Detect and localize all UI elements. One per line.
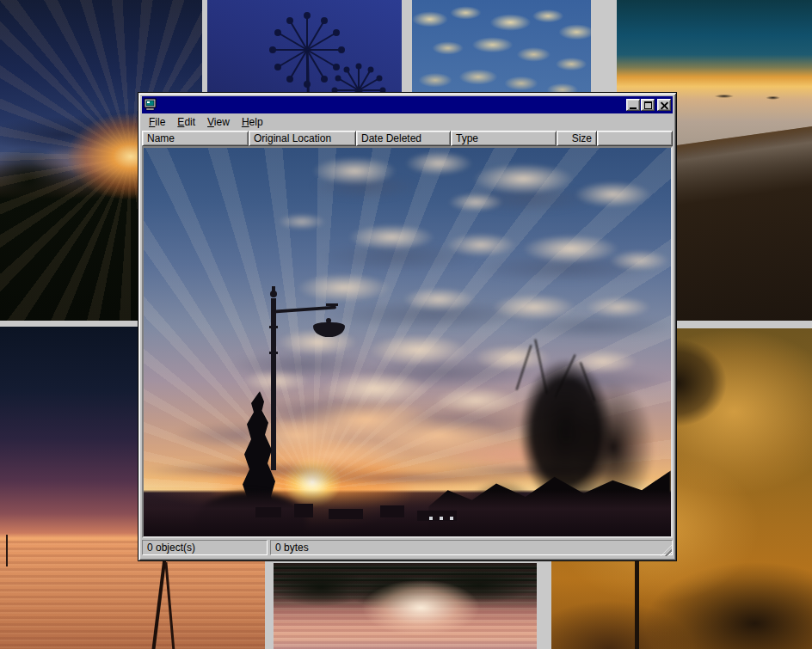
status-object-count: 0 object(s) xyxy=(142,540,268,555)
column-headers: Name Original Location Date Deleted Type… xyxy=(142,131,673,146)
maximize-button[interactable] xyxy=(641,99,655,111)
column-header-type[interactable]: Type xyxy=(451,131,557,146)
column-header-blank xyxy=(597,131,673,146)
building-window-light xyxy=(450,517,453,520)
street-lamp-pole xyxy=(271,298,276,470)
menu-edit[interactable]: Edit xyxy=(171,114,201,130)
street-lamp-head-top xyxy=(326,318,331,323)
street-lamp-collar xyxy=(269,326,278,328)
close-icon xyxy=(661,101,668,109)
column-header-size[interactable]: Size xyxy=(557,131,597,146)
menu-file[interactable]: File xyxy=(143,114,171,130)
menu-bar: File Edit View Help xyxy=(142,113,673,131)
building-window-light xyxy=(429,517,433,520)
sunset-photo-background xyxy=(144,148,671,536)
menu-help[interactable]: Help xyxy=(236,114,269,130)
building-silhouette xyxy=(329,509,363,519)
street-lamp-collar xyxy=(269,352,278,354)
list-view[interactable] xyxy=(142,146,673,538)
status-bar: 0 object(s) 0 bytes xyxy=(142,540,673,557)
minimize-button[interactable] xyxy=(626,99,640,111)
window-controls xyxy=(626,99,671,111)
column-header-date-deleted[interactable]: Date Deleted xyxy=(356,131,451,146)
building-silhouette xyxy=(294,504,313,517)
recycle-bin-window: File Edit View Help Name Original Locati… xyxy=(138,92,677,561)
close-button[interactable] xyxy=(657,99,671,111)
wallpaper-photo-water-reflection xyxy=(274,563,537,649)
ground-silhouette xyxy=(144,490,671,536)
menu-view[interactable]: View xyxy=(201,114,236,130)
pole-silhouette xyxy=(6,535,8,567)
column-header-name[interactable]: Name xyxy=(142,131,249,146)
street-lamp-finial xyxy=(270,291,277,297)
street-lamp-arm-cap xyxy=(326,303,338,306)
minimize-icon xyxy=(630,107,637,109)
column-header-original-location[interactable]: Original Location xyxy=(249,131,356,146)
status-size: 0 bytes xyxy=(270,540,673,555)
building-silhouette xyxy=(380,505,404,517)
building-silhouette xyxy=(255,507,281,517)
street-lamp-knob xyxy=(272,286,275,291)
titlebar[interactable] xyxy=(142,96,673,113)
maximize-icon xyxy=(644,101,652,109)
building-window-light xyxy=(440,517,443,520)
computer-icon xyxy=(144,98,157,112)
